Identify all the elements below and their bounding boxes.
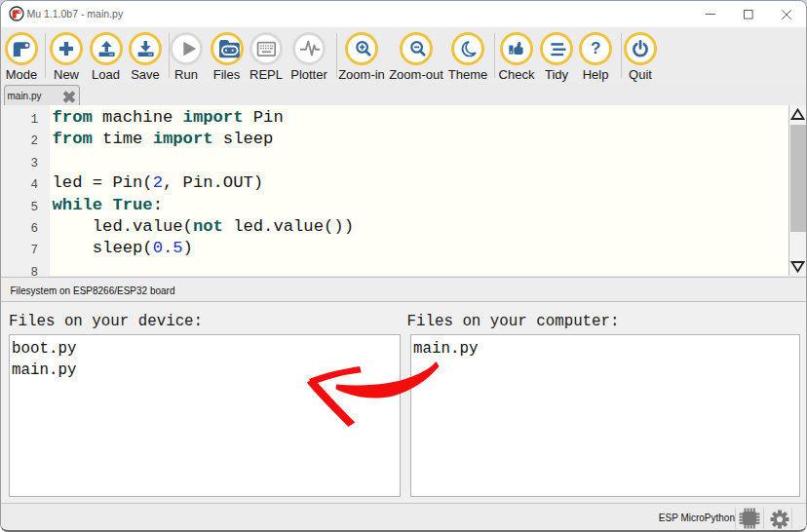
- svg-text:?: ?: [591, 39, 600, 57]
